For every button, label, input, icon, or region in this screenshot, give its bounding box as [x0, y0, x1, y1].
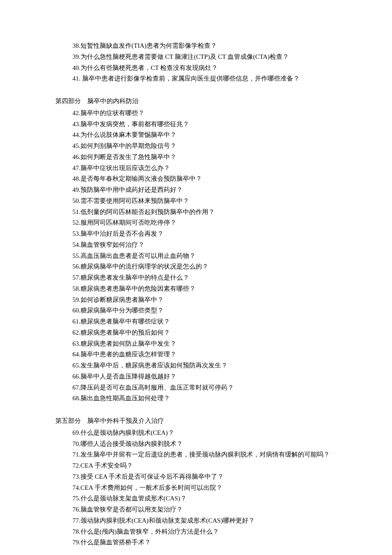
question-item: 47.脑卒中症状出现后应该怎么办？ [55, 163, 337, 173]
section-5-header: 第五部分 脑卒中外科干预及介入治疗 [55, 416, 337, 426]
question-item: 41. 脑卒中患者进行影像学检查前，家属应向医生提供哪些信息，并作哪些准备？ [55, 73, 337, 84]
question-item: 57.糖尿病患者发生脑卒中的特点是什么？ [55, 272, 337, 283]
question-item: 54.脑血管狭窄如何治疗？ [55, 240, 337, 250]
question-item: 66.脑卒中人是否血压降得越低越好？ [55, 371, 337, 382]
question-item: 79.什么是脑血管搭桥手术？ [55, 537, 337, 548]
question-item: 46.如何判断是否发生了急性脑卒中？ [55, 152, 337, 162]
question-item: 77.颈动脉内膜剥脱术(CEA)和颈动脉支架成形术(CAS)哪种更好？ [55, 515, 337, 526]
question-item: 76.脑血管狭窄是否都可以用支架治疗？ [55, 504, 337, 515]
question-item: 59.如何诊断糖尿病患者脑卒中？ [55, 295, 337, 305]
question-item: 48.是否每年春秋定期输两次液会预防脑卒中？ [55, 173, 337, 184]
question-item: 71.发生脑卒中并留有一定后遗症的患者，接受颈动脉内膜剥脱术，对病情有缓解的可能… [55, 449, 337, 460]
question-item: 65.发生脑卒中后，糖尿病患者应该如何预防再次发生？ [55, 360, 337, 371]
question-item: 67.降压药是否可在血压高时服用、血压正常时就可停药？ [55, 382, 337, 393]
question-item: 60.糖尿病脑卒中分为哪些类型？ [55, 305, 337, 316]
question-item: 52.服用阿司匹林期间可否吃吃停停？ [55, 217, 337, 228]
question-item: 40.为什么有些脑梗死患者，CT 检查没有发现病灶？ [55, 63, 337, 73]
question-item: 73.接受 CEA 手术后是否可保证今后不再得脑卒中了？ [55, 471, 337, 482]
question-item: 56.糖尿病脑卒中的流行病理学的状况是怎么的？ [55, 261, 337, 272]
question-item: 53.脑卒中治好后是否不会再发？ [55, 228, 337, 239]
question-item: 42.脑卒中的症状有哪些？ [55, 108, 337, 119]
question-item: 63.糖尿病患者如何防止脑卒中发生？ [55, 338, 337, 349]
question-item: 74.CEA 手术费用如何，一般术后多长时间可以出院？ [55, 483, 337, 493]
question-item: 39.为什么急性脑梗死患者需要做 CT 脑灌注(CTP)及 CT 血管成像(CT… [55, 52, 337, 62]
question-item: 70.哪些人适合接受颈动脉内膜剥脱术？ [55, 439, 337, 449]
question-item: 49.预防脑卒中用中成药好还是西药好？ [55, 185, 337, 195]
question-item: 45.如何判别脑卒中的早期危险信号？ [55, 141, 337, 151]
question-item: 75.什么是颈动脉支架血管成形术(CAS)？ [55, 493, 337, 504]
question-item: 55.高血压脑出血患者是否可以用止血药物？ [55, 251, 337, 261]
question-item: 69.什么是颈动脉内膜剥脱术(CEA)？ [55, 428, 337, 438]
question-item: 68.脑出血急性期高血压如何处理？ [55, 393, 337, 404]
question-item: 78.什么是(颅内)脑血管狭窄，外科治疗方法是什么？ [55, 526, 337, 537]
question-item: 64.脑卒中患者的血糖应该怎样管理？ [55, 349, 337, 360]
question-item: 43.脑卒中发病突然，事前都有哪些征兆？ [55, 119, 337, 130]
question-item: 61.糖尿病患者脑卒中有哪些症状？ [55, 316, 337, 327]
question-item: 38.短暂性脑缺血发作(TIA)患者为何需影像学检查？ [55, 40, 337, 51]
top-questions-group: 38.短暂性脑缺血发作(TIA)患者为何需影像学检查？ 39.为什么急性脑梗死患… [55, 40, 337, 84]
question-item: 58.糖尿病患者患脑卒中的危险因素有哪些？ [55, 283, 337, 294]
section-5-questions: 69.什么是颈动脉内膜剥脱术(CEA)？ 70.哪些人适合接受颈动脉内膜剥脱术？… [55, 428, 337, 548]
question-item: 50.需不需要使用阿司匹林来预防脑卒中？ [55, 196, 337, 206]
question-item: 44.为什么说肢体麻木要警惕脑卒中？ [55, 130, 337, 140]
section-4-questions: 42.脑卒中的症状有哪些？ 43.脑卒中发病突然，事前都有哪些征兆？ 44.为什… [55, 108, 337, 404]
question-item: 72.CEA 手术安全吗？ [55, 460, 337, 471]
section-4-header: 第四部分 脑卒中的内科防治 [55, 96, 337, 107]
question-item: 51.低剂量的阿司匹林能否起到预防脑卒中的作用？ [55, 207, 337, 217]
question-item: 62.糖尿病患者脑卒中的预后如何？ [55, 327, 337, 338]
